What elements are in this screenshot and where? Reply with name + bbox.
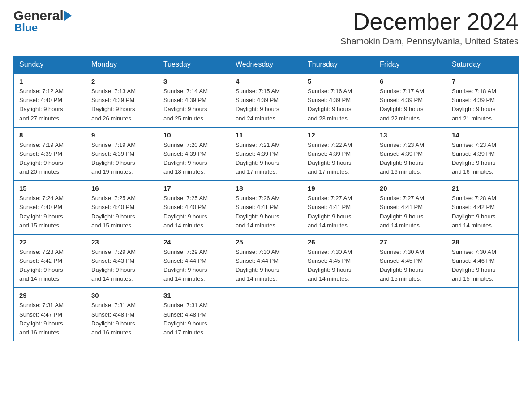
calendar-week-row: 29 Sunrise: 7:31 AMSunset: 4:47 PMDaylig… (14, 287, 519, 341)
logo-flag-icon (64, 11, 72, 21)
calendar-day-cell: 22 Sunrise: 7:28 AMSunset: 4:42 PMDaylig… (14, 234, 86, 288)
day-of-week-header: Monday (86, 56, 158, 74)
location-text: Shamokin Dam, Pennsylvania, United State… (340, 36, 519, 47)
calendar-day-cell: 15 Sunrise: 7:24 AMSunset: 4:40 PMDaylig… (14, 180, 86, 234)
day-number: 20 (380, 184, 441, 192)
day-info: Sunrise: 7:18 AMSunset: 4:39 PMDaylight:… (452, 88, 496, 121)
calendar-day-cell: 10 Sunrise: 7:20 AMSunset: 4:39 PMDaylig… (158, 127, 230, 181)
day-number: 2 (91, 77, 152, 85)
day-info: Sunrise: 7:26 AMSunset: 4:41 PMDaylight:… (236, 195, 280, 228)
day-info: Sunrise: 7:25 AMSunset: 4:40 PMDaylight:… (91, 195, 136, 228)
logo-blue-text: Blue (14, 21, 72, 34)
day-number: 22 (19, 238, 80, 246)
day-number: 23 (91, 238, 152, 246)
calendar-day-cell: 27 Sunrise: 7:30 AMSunset: 4:45 PMDaylig… (374, 234, 446, 288)
day-info: Sunrise: 7:13 AMSunset: 4:39 PMDaylight:… (91, 88, 136, 121)
calendar-day-cell: 23 Sunrise: 7:29 AMSunset: 4:43 PMDaylig… (86, 234, 158, 288)
day-number: 12 (308, 131, 369, 139)
day-of-week-header: Thursday (302, 56, 374, 74)
day-info: Sunrise: 7:30 AMSunset: 4:44 PMDaylight:… (236, 248, 280, 282)
calendar-header-row: SundayMondayTuesdayWednesdayThursdayFrid… (14, 56, 519, 74)
day-of-week-header: Saturday (446, 56, 519, 74)
day-info: Sunrise: 7:21 AMSunset: 4:39 PMDaylight:… (236, 141, 280, 175)
calendar-week-row: 22 Sunrise: 7:28 AMSunset: 4:42 PMDaylig… (14, 234, 519, 288)
day-info: Sunrise: 7:25 AMSunset: 4:40 PMDaylight:… (163, 195, 208, 228)
day-info: Sunrise: 7:30 AMSunset: 4:45 PMDaylight:… (380, 248, 424, 282)
calendar-table: SundayMondayTuesdayWednesdayThursdayFrid… (13, 56, 519, 341)
day-info: Sunrise: 7:28 AMSunset: 4:42 PMDaylight:… (452, 195, 496, 228)
day-info: Sunrise: 7:31 AMSunset: 4:47 PMDaylight:… (19, 302, 64, 335)
day-number: 25 (236, 238, 296, 246)
calendar-day-cell: 30 Sunrise: 7:31 AMSunset: 4:48 PMDaylig… (86, 287, 158, 341)
day-number: 19 (308, 184, 369, 192)
calendar-day-cell: 18 Sunrise: 7:26 AMSunset: 4:41 PMDaylig… (230, 180, 302, 234)
day-number: 13 (380, 131, 441, 139)
calendar-day-cell: 7 Sunrise: 7:18 AMSunset: 4:39 PMDayligh… (446, 73, 519, 127)
calendar-day-cell: 6 Sunrise: 7:17 AMSunset: 4:39 PMDayligh… (374, 73, 446, 127)
calendar-day-cell: 4 Sunrise: 7:15 AMSunset: 4:39 PMDayligh… (230, 73, 302, 127)
calendar-day-cell (446, 287, 519, 341)
calendar-day-cell: 9 Sunrise: 7:19 AMSunset: 4:39 PMDayligh… (86, 127, 158, 181)
calendar-day-cell: 13 Sunrise: 7:23 AMSunset: 4:39 PMDaylig… (374, 127, 446, 181)
day-info: Sunrise: 7:20 AMSunset: 4:39 PMDaylight:… (163, 141, 208, 175)
day-of-week-header: Tuesday (158, 56, 230, 74)
calendar-day-cell: 26 Sunrise: 7:30 AMSunset: 4:45 PMDaylig… (302, 234, 374, 288)
calendar-day-cell: 29 Sunrise: 7:31 AMSunset: 4:47 PMDaylig… (14, 287, 86, 341)
day-info: Sunrise: 7:14 AMSunset: 4:39 PMDaylight:… (163, 88, 208, 121)
day-info: Sunrise: 7:28 AMSunset: 4:42 PMDaylight:… (19, 248, 64, 282)
day-number: 28 (452, 238, 513, 246)
calendar-day-cell: 2 Sunrise: 7:13 AMSunset: 4:39 PMDayligh… (86, 73, 158, 127)
day-number: 10 (163, 131, 224, 139)
day-number: 31 (163, 291, 224, 299)
day-info: Sunrise: 7:22 AMSunset: 4:39 PMDaylight:… (308, 141, 352, 175)
day-info: Sunrise: 7:30 AMSunset: 4:45 PMDaylight:… (308, 248, 352, 282)
calendar-day-cell: 1 Sunrise: 7:12 AMSunset: 4:40 PMDayligh… (14, 73, 86, 127)
page-header: General Blue December 2024 Shamokin Dam,… (13, 9, 519, 47)
calendar-day-cell: 5 Sunrise: 7:16 AMSunset: 4:39 PMDayligh… (302, 73, 374, 127)
day-info: Sunrise: 7:30 AMSunset: 4:46 PMDaylight:… (452, 248, 496, 282)
calendar-day-cell: 3 Sunrise: 7:14 AMSunset: 4:39 PMDayligh… (158, 73, 230, 127)
calendar-day-cell: 16 Sunrise: 7:25 AMSunset: 4:40 PMDaylig… (86, 180, 158, 234)
calendar-day-cell: 28 Sunrise: 7:30 AMSunset: 4:46 PMDaylig… (446, 234, 519, 288)
day-number: 3 (163, 77, 224, 85)
day-number: 27 (380, 238, 441, 246)
calendar-day-cell: 24 Sunrise: 7:29 AMSunset: 4:44 PMDaylig… (158, 234, 230, 288)
day-info: Sunrise: 7:12 AMSunset: 4:40 PMDaylight:… (19, 88, 64, 121)
day-number: 5 (308, 77, 369, 85)
day-number: 1 (19, 77, 80, 85)
day-of-week-header: Wednesday (230, 56, 302, 74)
calendar-day-cell: 11 Sunrise: 7:21 AMSunset: 4:39 PMDaylig… (230, 127, 302, 181)
day-info: Sunrise: 7:31 AMSunset: 4:48 PMDaylight:… (91, 302, 136, 335)
day-info: Sunrise: 7:27 AMSunset: 4:41 PMDaylight:… (380, 195, 424, 228)
day-number: 17 (163, 184, 224, 192)
calendar-day-cell: 31 Sunrise: 7:31 AMSunset: 4:48 PMDaylig… (158, 287, 230, 341)
calendar-week-row: 8 Sunrise: 7:19 AMSunset: 4:39 PMDayligh… (14, 127, 519, 181)
day-info: Sunrise: 7:15 AMSunset: 4:39 PMDaylight:… (236, 88, 280, 121)
logo: General Blue (13, 9, 72, 34)
day-info: Sunrise: 7:16 AMSunset: 4:39 PMDaylight:… (308, 88, 352, 121)
calendar-day-cell: 8 Sunrise: 7:19 AMSunset: 4:39 PMDayligh… (14, 127, 86, 181)
calendar-day-cell (230, 287, 302, 341)
calendar-day-cell: 14 Sunrise: 7:23 AMSunset: 4:39 PMDaylig… (446, 127, 519, 181)
day-number: 16 (91, 184, 152, 192)
logo-general-text: General (13, 9, 64, 22)
calendar-day-cell: 19 Sunrise: 7:27 AMSunset: 4:41 PMDaylig… (302, 180, 374, 234)
day-number: 30 (91, 291, 152, 299)
calendar-day-cell: 25 Sunrise: 7:30 AMSunset: 4:44 PMDaylig… (230, 234, 302, 288)
title-section: December 2024 Shamokin Dam, Pennsylvania… (340, 9, 519, 47)
day-number: 18 (236, 184, 296, 192)
calendar-day-cell (374, 287, 446, 341)
day-number: 7 (452, 77, 513, 85)
day-info: Sunrise: 7:29 AMSunset: 4:43 PMDaylight:… (91, 248, 136, 282)
day-of-week-header: Friday (374, 56, 446, 74)
calendar-week-row: 1 Sunrise: 7:12 AMSunset: 4:40 PMDayligh… (14, 73, 519, 127)
day-info: Sunrise: 7:23 AMSunset: 4:39 PMDaylight:… (452, 141, 496, 175)
day-number: 4 (236, 77, 296, 85)
day-info: Sunrise: 7:23 AMSunset: 4:39 PMDaylight:… (380, 141, 424, 175)
day-number: 24 (163, 238, 224, 246)
day-info: Sunrise: 7:19 AMSunset: 4:39 PMDaylight:… (91, 141, 136, 175)
calendar-day-cell (302, 287, 374, 341)
day-number: 6 (380, 77, 441, 85)
day-info: Sunrise: 7:24 AMSunset: 4:40 PMDaylight:… (19, 195, 64, 228)
calendar-day-cell: 21 Sunrise: 7:28 AMSunset: 4:42 PMDaylig… (446, 180, 519, 234)
